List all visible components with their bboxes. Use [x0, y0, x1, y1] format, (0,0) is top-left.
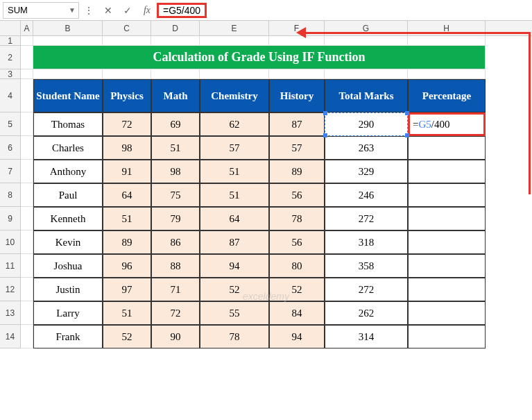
- row-header[interactable]: 9: [0, 207, 21, 230]
- row-header[interactable]: 6: [0, 136, 21, 160]
- cell-history[interactable]: 57: [269, 136, 325, 160]
- cell-history[interactable]: 84: [269, 301, 325, 325]
- cell-math[interactable]: 75: [151, 183, 200, 207]
- cell-total-referenced[interactable]: 290: [325, 112, 408, 136]
- cell-name[interactable]: Kevin: [33, 230, 103, 254]
- name-box[interactable]: SUM ▼: [3, 2, 79, 19]
- cell[interactable]: [103, 69, 151, 79]
- cell-percentage[interactable]: [408, 301, 486, 325]
- cell-total[interactable]: 272: [325, 278, 408, 301]
- cell-percentage[interactable]: [408, 183, 486, 207]
- cell-name[interactable]: Kenneth: [33, 207, 103, 230]
- cell-history[interactable]: 94: [269, 325, 325, 348]
- cell-percentage[interactable]: [408, 136, 486, 160]
- cell-percentage[interactable]: [408, 160, 486, 183]
- col-header[interactable]: H: [408, 21, 486, 35]
- cell[interactable]: [21, 254, 33, 278]
- cell-percentage[interactable]: [408, 254, 486, 278]
- col-header[interactable]: E: [200, 21, 269, 35]
- confirm-icon[interactable]: ✓: [118, 5, 137, 16]
- cell-math[interactable]: 79: [151, 207, 200, 230]
- cell-math[interactable]: 51: [151, 136, 200, 160]
- th-chemistry[interactable]: Chemistry: [200, 79, 269, 112]
- col-header[interactable]: B: [33, 21, 103, 35]
- cell[interactable]: [103, 36, 151, 46]
- cell[interactable]: [21, 278, 33, 301]
- cell-chemistry[interactable]: 51: [200, 160, 269, 183]
- cell[interactable]: [21, 79, 33, 112]
- th-physics[interactable]: Physics: [103, 79, 151, 112]
- cell-total[interactable]: 246: [325, 183, 408, 207]
- cell-total[interactable]: 358: [325, 254, 408, 278]
- cell-total[interactable]: 329: [325, 160, 408, 183]
- cell-name[interactable]: Larry: [33, 301, 103, 325]
- cell-name[interactable]: Thomas: [33, 112, 103, 136]
- col-header[interactable]: D: [151, 21, 200, 35]
- cell-physics[interactable]: 72: [103, 112, 151, 136]
- cell-chemistry[interactable]: 51: [200, 183, 269, 207]
- cell-name[interactable]: Joshua: [33, 254, 103, 278]
- col-header[interactable]: A: [21, 21, 33, 35]
- cell-math[interactable]: 88: [151, 254, 200, 278]
- cell-math[interactable]: 72: [151, 301, 200, 325]
- formula-input[interactable]: =G5/400: [157, 2, 529, 19]
- cell-physics[interactable]: 51: [103, 207, 151, 230]
- cell-math[interactable]: 90: [151, 325, 200, 348]
- expand-icon[interactable]: ⋮: [79, 5, 98, 16]
- cell-name[interactable]: Frank: [33, 325, 103, 348]
- cell-math[interactable]: 71: [151, 278, 200, 301]
- cell[interactable]: [408, 36, 486, 46]
- cell[interactable]: [21, 301, 33, 325]
- cell-name[interactable]: Anthony: [33, 160, 103, 183]
- cell[interactable]: [21, 325, 33, 348]
- cell-math[interactable]: 86: [151, 230, 200, 254]
- cell-name[interactable]: Justin: [33, 278, 103, 301]
- cell[interactable]: [269, 36, 325, 46]
- cell-percentage[interactable]: [408, 325, 486, 348]
- th-history[interactable]: History: [269, 79, 325, 112]
- cell-total[interactable]: 318: [325, 230, 408, 254]
- cell-chemistry[interactable]: 87: [200, 230, 269, 254]
- chevron-down-icon[interactable]: ▼: [69, 6, 76, 14]
- title-cell[interactable]: Calculation of Grade Using IF Function: [33, 46, 486, 69]
- cell-chemistry[interactable]: 94: [200, 254, 269, 278]
- cell-physics[interactable]: 91: [103, 160, 151, 183]
- row-header[interactable]: 10: [0, 230, 21, 254]
- cell-physics[interactable]: 51: [103, 301, 151, 325]
- cell-history[interactable]: 56: [269, 230, 325, 254]
- cell-percentage-active[interactable]: =G5/400: [408, 112, 486, 136]
- fx-icon[interactable]: fx: [137, 5, 157, 16]
- cell-history[interactable]: 89: [269, 160, 325, 183]
- cell-chemistry[interactable]: 57: [200, 136, 269, 160]
- cell-chemistry[interactable]: 78: [200, 325, 269, 348]
- cell[interactable]: [325, 69, 408, 79]
- cell-physics[interactable]: 97: [103, 278, 151, 301]
- cell-total[interactable]: 263: [325, 136, 408, 160]
- row-header[interactable]: 3: [0, 69, 21, 79]
- row-header[interactable]: 7: [0, 160, 21, 183]
- cell-physics[interactable]: 96: [103, 254, 151, 278]
- cell[interactable]: [21, 183, 33, 207]
- cell[interactable]: [21, 112, 33, 136]
- cell-history[interactable]: 87: [269, 112, 325, 136]
- cell[interactable]: [21, 69, 33, 79]
- cell-total[interactable]: 314: [325, 325, 408, 348]
- cell-math[interactable]: 69: [151, 112, 200, 136]
- cell[interactable]: [21, 36, 33, 46]
- cell-percentage[interactable]: [408, 230, 486, 254]
- row-header[interactable]: 5: [0, 112, 21, 136]
- cell-history[interactable]: 56: [269, 183, 325, 207]
- cell[interactable]: [325, 36, 408, 46]
- select-all-corner[interactable]: [0, 21, 21, 35]
- col-header[interactable]: G: [325, 21, 408, 35]
- cell-math[interactable]: 98: [151, 160, 200, 183]
- cell-physics[interactable]: 89: [103, 230, 151, 254]
- cell-physics[interactable]: 64: [103, 183, 151, 207]
- row-header[interactable]: 11: [0, 254, 21, 278]
- row-header[interactable]: 12: [0, 278, 21, 301]
- cancel-icon[interactable]: ✕: [98, 5, 118, 16]
- cell-percentage[interactable]: [408, 207, 486, 230]
- row-header[interactable]: 2: [0, 46, 21, 69]
- row-header[interactable]: 13: [0, 301, 21, 325]
- cell[interactable]: [151, 36, 200, 46]
